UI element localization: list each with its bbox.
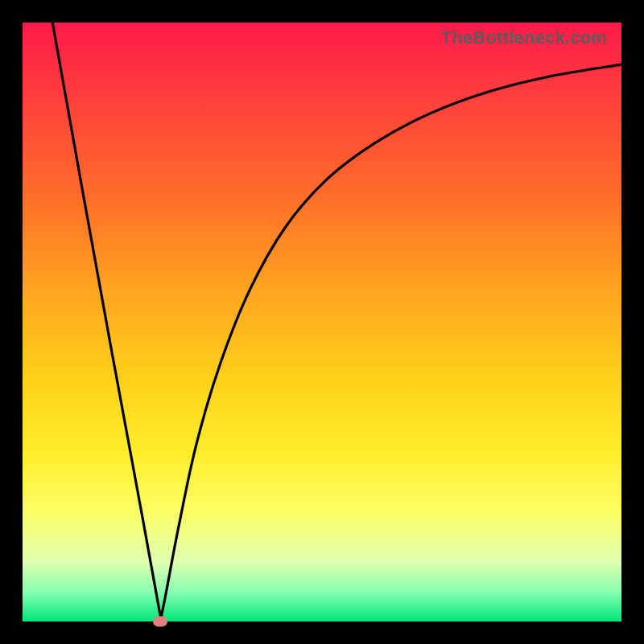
chart-frame: TheBottleneck.com xyxy=(0,0,644,644)
curve-right xyxy=(160,64,621,621)
plot-area: TheBottleneck.com xyxy=(23,23,621,621)
min-marker xyxy=(153,617,167,627)
curve-left xyxy=(52,23,160,616)
curve-svg xyxy=(23,23,621,621)
